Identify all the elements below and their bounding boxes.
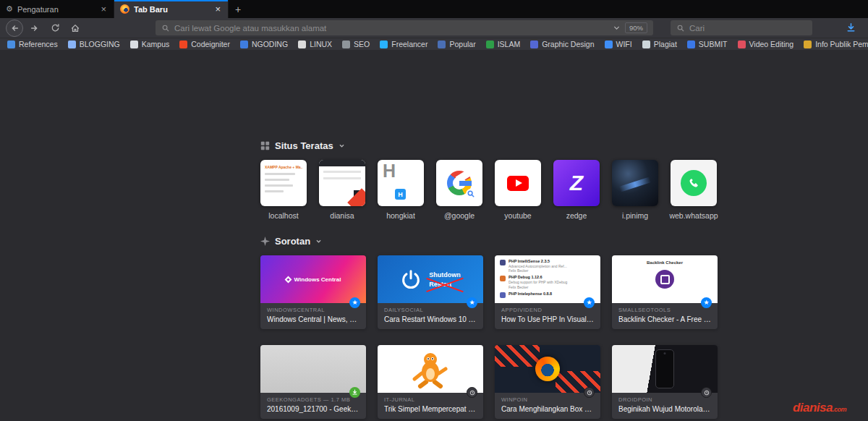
card-title: Trik Simpel Mempercepat Brow... (384, 405, 477, 413)
bookmark-item[interactable]: LINUX (298, 40, 332, 48)
tab-title: Tab Baru (134, 5, 209, 14)
google-logo (447, 171, 472, 195)
back-button[interactable] (6, 20, 23, 37)
bookmark-label: WIFI (616, 40, 632, 48)
bookmark-favicon (179, 41, 187, 48)
highlight-card-windowscentral[interactable]: Windows Central ★ WINDOWSCENTRAL Windows… (260, 255, 366, 329)
download-badge (349, 387, 360, 398)
bookmark-item[interactable]: Popular (438, 40, 475, 48)
bookmark-item[interactable]: SEO (342, 40, 370, 48)
bookmark-item[interactable]: Info Publik Pemilu 2019 (804, 40, 868, 48)
highlights-header[interactable]: Sorotan (260, 236, 719, 247)
topsite-whatsapp[interactable]: web.whatsapp (671, 160, 717, 220)
topsite-zedge[interactable]: Z zedge (553, 160, 600, 220)
extension-icon (500, 292, 506, 298)
tab-bar: ⚙ Pengaturan × Tab Baru × + (0, 0, 868, 18)
bookmark-star-badge: ★ (467, 297, 477, 308)
zedge-logo: Z (570, 171, 583, 195)
topsite-google[interactable]: @google (436, 160, 482, 220)
bookmark-label: NGODING (252, 40, 288, 48)
bookmark-item[interactable]: WIFI (605, 40, 632, 48)
card-thumbnail: Shutdown Restart (378, 255, 483, 303)
search-bar[interactable] (671, 20, 812, 35)
url-bar[interactable]: 90% (156, 20, 653, 35)
highlight-card-appdividend[interactable]: PHP IntelliSense 2.3.5 Advanced Autocomp… (495, 255, 600, 329)
topsite-label: hongkiat (386, 211, 415, 220)
highlight-card-winpoin[interactable]: WINPOIN Cara Menghilangkan Box Penca... (495, 345, 600, 419)
bookmark-item[interactable]: References (7, 40, 58, 48)
topsite-hongkiat[interactable]: H H hongkiat (378, 160, 424, 220)
bookmark-label: Kampus (142, 40, 170, 48)
bookmark-label: Graphic Design (542, 40, 594, 48)
bookmark-label: SEO (354, 40, 370, 48)
bookmark-item[interactable]: Kampus (130, 40, 170, 48)
bookmark-item[interactable]: Freelancer (380, 40, 427, 48)
bookmark-star-badge: ★ (701, 297, 712, 308)
bookmark-item[interactable]: ISLAM (486, 40, 521, 48)
topsite-youtube[interactable]: youtube (495, 160, 541, 220)
close-tab-icon[interactable]: × (213, 4, 222, 14)
bookmark-favicon (380, 41, 388, 48)
arrow-left-icon (9, 23, 20, 33)
grid-icon (260, 141, 270, 150)
navigation-toolbar: 90% (0, 18, 868, 38)
top-sites-header[interactable]: Situs Teratas (260, 140, 719, 151)
new-tab-button[interactable]: + (229, 0, 247, 18)
highlight-card-geekongadgets[interactable]: GEEKONGADGETS — 1.7 MB 20161009_121700 -… (260, 345, 366, 419)
topsite-thumbnail (612, 160, 658, 206)
highlight-card-dailysocial[interactable]: Shutdown Restart ★ DAILYSOCIAL Cara Rest… (378, 255, 483, 329)
highlight-card-smallseotools[interactable]: Backlink Checker ★ SMALLSEOTOOLS Backlin… (612, 255, 718, 329)
reload-button[interactable] (46, 20, 64, 37)
extension-icon (500, 260, 506, 265)
card-host: APPDIVIDEND (501, 307, 594, 313)
close-tab-icon[interactable]: × (99, 4, 108, 14)
card-thumbnail (495, 345, 600, 393)
bookmark-item[interactable]: Graphic Design (530, 40, 594, 48)
zoom-indicator[interactable]: 90% (625, 22, 647, 33)
bookmark-item[interactable]: Codeigniter (179, 40, 230, 48)
url-input[interactable] (174, 24, 608, 33)
home-button[interactable] (67, 20, 84, 37)
download-icon (846, 22, 856, 33)
section-title: Situs Teratas (275, 140, 333, 151)
firefox-icon (120, 4, 129, 14)
clock-icon (469, 389, 476, 396)
bookmark-label: Info Publik Pemilu 2019 (815, 40, 868, 48)
topsite-label: dianisa (330, 211, 354, 220)
forward-button[interactable] (26, 20, 43, 37)
bookmark-label: Plagiat (654, 40, 677, 48)
bookmark-item[interactable]: Plagiat (642, 40, 677, 48)
history-clock-badge (584, 387, 595, 398)
bookmark-label: LINUX (310, 40, 332, 48)
card-title: Cara Menghilangkan Box Penca... (501, 405, 594, 413)
downloads-button[interactable] (842, 20, 859, 37)
topsite-thumbnail: XAMPP Apache + Ma... (260, 160, 307, 206)
bookmark-favicon (240, 41, 248, 48)
bookmark-favicon (642, 41, 650, 48)
search-icon (466, 189, 476, 199)
topsite-dianisa[interactable]: dianisa (319, 160, 365, 220)
history-clock-badge (467, 387, 477, 398)
bookmark-item[interactable]: Video Editing (738, 40, 794, 48)
bookmark-star-badge: ★ (349, 297, 360, 308)
bookmark-item[interactable]: SUBMIT (687, 40, 728, 48)
highlight-card-itjurnal[interactable]: IT-JURNAL Trik Simpel Mempercepat Brow..… (378, 345, 483, 419)
chevron-down-icon (315, 238, 322, 244)
chevron-down-icon[interactable] (613, 24, 621, 32)
topsite-thumbnail: Z (553, 160, 600, 206)
tab-pengaturan[interactable]: ⚙ Pengaturan × (0, 0, 114, 18)
youtube-play-icon (507, 176, 529, 191)
topsite-localhost[interactable]: XAMPP Apache + Ma... localhost (260, 160, 307, 220)
phone-illustration (655, 349, 674, 388)
bookmark-label: SUBMIT (699, 40, 728, 48)
topsite-thumbnail (319, 160, 365, 206)
highlight-card-droidpoin[interactable]: DROIDPOIN Beginikah Wujud Motorola Mot..… (612, 345, 718, 419)
topsite-pinimg[interactable]: i.pinimg (612, 160, 658, 220)
bookmark-item[interactable]: NGODING (240, 40, 288, 48)
bookmark-item[interactable]: BLOGGING (68, 40, 120, 48)
backlink-checker-icon (655, 270, 674, 289)
topsite-label: @google (444, 211, 475, 220)
tab-tab-baru[interactable]: Tab Baru × (114, 0, 229, 18)
topsite-label: localhost (268, 211, 298, 220)
search-input[interactable] (689, 24, 807, 33)
